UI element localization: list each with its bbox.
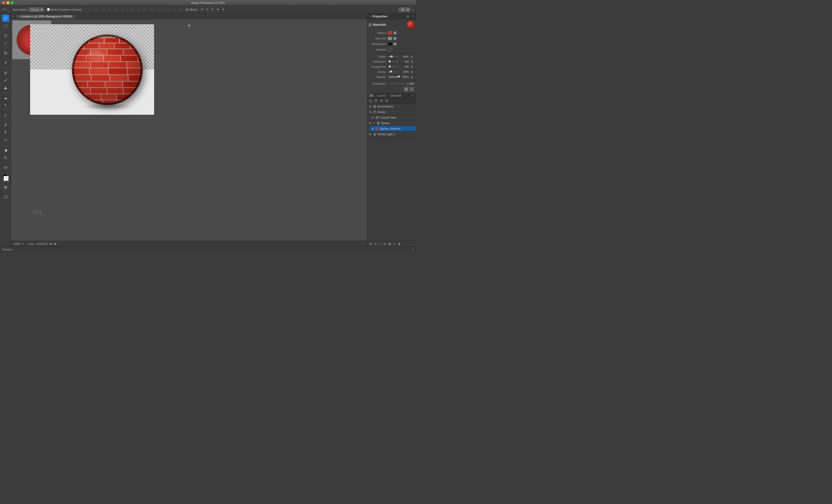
move-tool-btn[interactable]	[2, 15, 9, 22]
panel-icon-1[interactable]: ⚙	[406, 15, 410, 19]
auto-select-dropdown[interactable]: Group Layer	[29, 7, 44, 12]
3d-col-1[interactable]: ⬛	[165, 7, 170, 11]
camera-bottom-icon[interactable]: ⊙	[373, 242, 377, 246]
panel-collapse-icon[interactable]: ≡	[411, 15, 414, 19]
3d-col-2[interactable]: ⬛	[171, 7, 177, 11]
layer-sphere[interactable]: ● ▼ Sphere	[367, 120, 416, 126]
roughness-slider[interactable]	[389, 66, 399, 67]
trash-bottom-icon[interactable]: 🗑	[397, 242, 401, 246]
zoom-arrow[interactable]: ▾	[22, 242, 24, 246]
hand-tool-btn[interactable]	[2, 147, 9, 154]
new-layer-icon[interactable]	[368, 99, 373, 103]
3d-roll[interactable]: ⊙	[205, 7, 209, 11]
tab-list-toggle[interactable]: ≡	[12, 15, 16, 18]
screen-mode-btn[interactable]	[2, 194, 9, 201]
reflection-menu-icon[interactable]	[410, 60, 414, 64]
fx-icon[interactable]: fx	[383, 242, 387, 246]
opacity-slider[interactable]	[389, 77, 399, 77]
dist-c[interactable]: ⬛	[142, 7, 148, 11]
vis-current-view[interactable]: ●	[371, 116, 374, 119]
close-button[interactable]	[2, 1, 5, 4]
vis-infinite-light[interactable]: ●	[368, 133, 372, 136]
bump-slider[interactable]	[389, 72, 399, 72]
crop-tool-btn[interactable]	[2, 50, 9, 57]
shine-menu-icon[interactable]	[410, 55, 414, 59]
dist-h[interactable]: ⬛	[129, 7, 135, 11]
quick-mask-btn[interactable]	[2, 184, 9, 191]
color-picker[interactable]	[2, 174, 9, 181]
layer-current-view[interactable]: ● Current View	[370, 115, 416, 120]
auto-select-label[interactable]: Auto-Select: Group Layer	[11, 7, 45, 12]
3d-pan[interactable]: ✛	[210, 7, 214, 11]
bump-menu-icon[interactable]	[410, 70, 414, 74]
workspace-selector[interactable]: 3D	[399, 7, 410, 12]
minimize-button[interactable]	[6, 1, 9, 4]
align-center-v[interactable]: ⬛	[113, 7, 119, 11]
tab-3d[interactable]: 3D	[367, 93, 375, 98]
eyedropper-tool-btn[interactable]	[2, 59, 9, 66]
canvas-viewport[interactable]: 250.00 in 250.00 in 250.00 in 250.00 in …	[11, 19, 367, 241]
vis-scene[interactable]: ●	[368, 110, 372, 114]
adj-icon[interactable]: ◑	[388, 242, 392, 246]
delete-layer-icon[interactable]	[374, 99, 378, 103]
3d-rotate[interactable]: ↺	[200, 7, 204, 11]
eraser-tool-btn[interactable]	[2, 94, 9, 101]
transform-controls-checkbox[interactable]	[47, 8, 50, 11]
background-color[interactable]	[3, 176, 8, 181]
specular-add-btn[interactable]	[393, 37, 397, 40]
ambient-color[interactable]	[388, 48, 392, 51]
prop-btn-1[interactable]	[404, 87, 409, 91]
filter-layer-icon[interactable]	[379, 99, 384, 103]
brush-tool-btn[interactable]	[2, 77, 9, 84]
shine-slider[interactable]	[389, 56, 399, 57]
blur-tool-btn[interactable]	[2, 112, 9, 119]
transform-controls-label[interactable]: Show Transform Controls	[46, 7, 83, 11]
zoom-tool-btn[interactable]	[2, 154, 9, 161]
move-tool[interactable]: ⇧ ▾	[1, 7, 8, 11]
dist-d[interactable]: ⬛	[149, 7, 154, 11]
diffuse-color[interactable]	[388, 31, 392, 35]
type-tool-btn[interactable]: T	[2, 129, 9, 136]
dist-v[interactable]: ⬛	[136, 7, 141, 11]
sphere-expand-arrow[interactable]: ▼	[373, 122, 375, 124]
3d-slide[interactable]: ⊕	[215, 7, 220, 11]
vis-environment[interactable]: ●	[368, 105, 372, 108]
pen-tool-btn[interactable]	[2, 121, 9, 129]
3d-scale[interactable]: ✦	[221, 7, 225, 11]
timeline-collapse-icon[interactable]: ▾	[413, 248, 414, 251]
tab-channels[interactable]: Channels	[388, 93, 404, 98]
wand-tool-btn[interactable]	[2, 40, 9, 47]
panel-tab-menu[interactable]: ≡	[411, 93, 415, 97]
marquee-tool-btn[interactable]	[2, 22, 9, 29]
layer-environment[interactable]: ● Environment	[367, 104, 416, 109]
roughness-menu-icon[interactable]	[410, 65, 414, 69]
vis-sphere[interactable]: ●	[368, 121, 372, 125]
align-bottom[interactable]: ⬛	[120, 7, 125, 11]
filter-icon[interactable]: ⊟	[368, 242, 372, 246]
material-thumbnail[interactable]	[407, 21, 415, 29]
path-tool-btn[interactable]	[2, 137, 9, 144]
refraction-slider[interactable]	[389, 83, 404, 84]
doc-arrow[interactable]: ▶	[55, 242, 57, 246]
align-left[interactable]: ⬛	[87, 7, 93, 11]
heal-tool-btn[interactable]	[2, 69, 9, 76]
reflection-slider[interactable]	[389, 61, 399, 62]
maximize-button[interactable]	[10, 1, 14, 4]
panel-expand-icon[interactable]: ≡	[369, 15, 371, 18]
vis-sphere-material[interactable]: ●	[371, 127, 374, 131]
3d-col-3[interactable]: ⬛	[178, 7, 183, 11]
align-center-h[interactable]: ⬛	[94, 7, 99, 11]
tab-close[interactable]: ×	[19, 15, 21, 18]
layer-scene[interactable]: ● Scene	[367, 109, 416, 115]
illumination-add-btn[interactable]	[393, 42, 397, 46]
mask-icon[interactable]: ⬚	[378, 242, 382, 246]
dist-e[interactable]: ⬛	[155, 7, 161, 11]
paint-bucket-btn[interactable]	[2, 102, 9, 109]
tab-layers[interactable]: Layers	[375, 93, 388, 98]
prop-btn-2[interactable]	[410, 87, 414, 91]
ruler-tool-btn[interactable]	[2, 164, 9, 171]
lasso-tool-btn[interactable]	[2, 32, 9, 39]
stamp-tool-btn[interactable]	[2, 84, 9, 91]
align-right[interactable]: ⬛	[100, 7, 105, 11]
document-tab[interactable]: × Untitled-1 @ 100% (Background, RGB/8)	[16, 14, 76, 19]
